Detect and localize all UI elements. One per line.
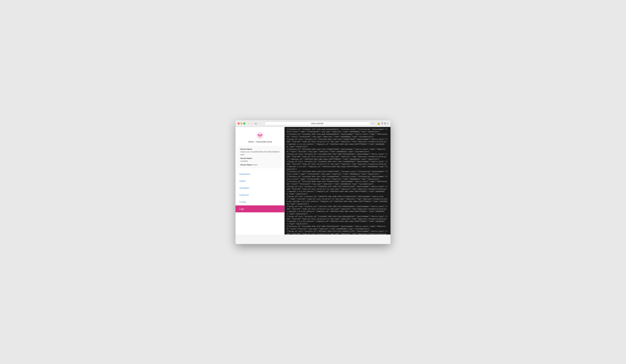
service-name-label-2: Service Name: Controller bbox=[240, 157, 279, 163]
sidebar-item-instances[interactable]: Instances bbox=[235, 191, 284, 198]
main-window: ‹ › ⊞ ↻ 🔒 ⬆ ⧉ + A V bbox=[235, 120, 391, 244]
url-bar[interactable] bbox=[265, 122, 370, 125]
browser-actions: 🔒 ⬆ ⧉ + bbox=[377, 122, 388, 125]
log-line: {"group_id":null,"instance_id":"21c0cb28… bbox=[287, 160, 388, 171]
minimize-button[interactable] bbox=[240, 123, 242, 124]
log-line: {"group_id":null,"instance_id":"49e837f8… bbox=[287, 195, 388, 205]
sidebar-nav: Dashboard Nodes Templates Instances Conf… bbox=[235, 171, 284, 234]
forward-button[interactable]: › bbox=[251, 122, 253, 125]
maximize-button[interactable] bbox=[243, 123, 245, 124]
window-bottom bbox=[235, 234, 391, 244]
sidebar-item-dashboard[interactable]: Dashboard bbox=[235, 171, 284, 178]
log-line: {"instance_id":"97b17b30-e86a-41e8-4ce6-… bbox=[287, 171, 388, 176]
sidebar: A Veertu – Anka Build Cloud Service Name… bbox=[235, 127, 284, 234]
sidebar-item-templates[interactable]: Templates bbox=[235, 184, 284, 191]
log-content[interactable]: {"instance_id":"ece5a29c-440f-4446-6adb-… bbox=[284, 127, 391, 234]
log-line: {"instance_id":"21c0cb28-4561-45e7-743e-… bbox=[287, 176, 388, 181]
log-line: {"group_id":null,"instance_id":"97b17b30… bbox=[287, 138, 388, 148]
logo-text: Veertu – Anka Build Cloud bbox=[248, 141, 272, 143]
lock-icon[interactable]: 🔒 bbox=[377, 122, 380, 125]
service-name-label-1: Service Name: Veertu.local--3c101836-954… bbox=[240, 148, 279, 156]
sidebar-item-logs[interactable]: Logs bbox=[235, 205, 284, 212]
log-line: {"instance_id":"ece5a29c-440f-4446-6adb-… bbox=[287, 128, 388, 133]
log-line: {"group_id":null,"instance_id":"04a29fb5… bbox=[287, 185, 388, 195]
log-line: {"instance_id":"97b17b30-e86a-41e8-4ce6-… bbox=[287, 181, 388, 185]
terminal-area: {"instance_id":"ece5a29c-440f-4446-6adb-… bbox=[284, 127, 391, 234]
sidebar-toggle[interactable]: ⊞ bbox=[254, 122, 258, 125]
browser-nav: ‹ › bbox=[248, 122, 252, 125]
anka-logo-icon: A bbox=[256, 132, 264, 139]
log-line: {"group_id":null,"instance_id":"a1cc4db9… bbox=[287, 153, 388, 160]
browser-titlebar: ‹ › ⊞ ↻ 🔒 ⬆ ⧉ + bbox=[235, 120, 391, 127]
reload-button[interactable]: ↻ bbox=[371, 122, 375, 125]
browser-content: A Veertu – Anka Build Cloud Service Name… bbox=[235, 127, 391, 234]
log-line: {"group_id":null,"instance_id":"142c0e6d… bbox=[287, 215, 388, 225]
sidebar-item-config[interactable]: Config bbox=[235, 198, 284, 205]
log-line: {"group_id":null,"instance_id":"21b7c319… bbox=[287, 205, 388, 215]
svg-text:A: A bbox=[259, 134, 261, 138]
service-info-panel: Service Name: Veertu.local--3c101836-954… bbox=[238, 146, 282, 168]
sidebar-logo: A Veertu – Anka Build Cloud bbox=[235, 130, 284, 146]
svg-point-3 bbox=[261, 134, 262, 136]
traffic-lights bbox=[238, 123, 245, 124]
log-line: {"instance_id":"a1cc4db9-6f0c-4faf-405b-… bbox=[287, 225, 388, 230]
close-button[interactable] bbox=[238, 123, 240, 124]
back-button[interactable]: ‹ bbox=[248, 122, 250, 125]
service-name-label-3: Service Name: Event bbox=[240, 163, 279, 166]
log-line: {"group_id":null,"instance_id":"93f548cf… bbox=[287, 230, 388, 234]
add-tab-button[interactable]: + bbox=[387, 122, 388, 125]
tab-controls: ⊞ bbox=[254, 122, 258, 125]
svg-point-2 bbox=[258, 134, 259, 136]
log-line: {"instance_id":"97b17b30-e86a-41e8-4ce6-… bbox=[287, 148, 388, 153]
share-button[interactable]: ⬆ bbox=[381, 122, 383, 125]
duplicate-button[interactable]: ⧉ bbox=[384, 122, 386, 125]
sidebar-item-nodes[interactable]: Nodes bbox=[235, 178, 284, 184]
log-line: {"instance_id":"ece5a29c-440f-4446-6adb-… bbox=[287, 133, 388, 138]
